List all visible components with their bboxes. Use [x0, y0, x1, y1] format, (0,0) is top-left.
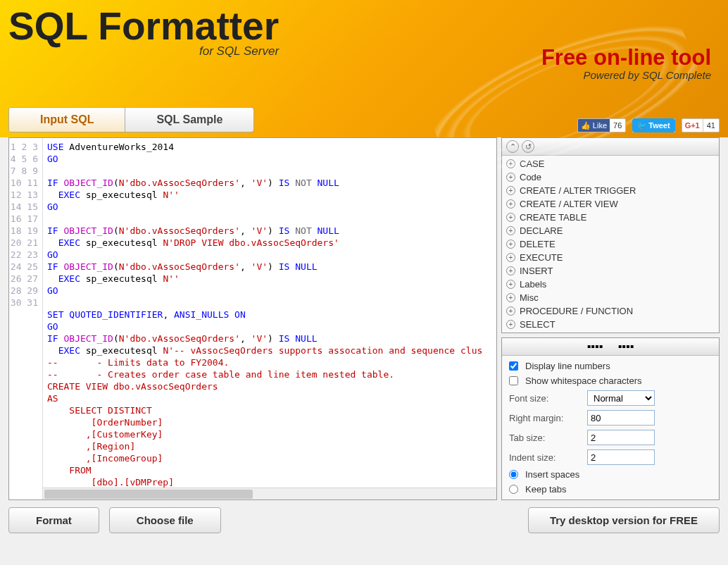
tree-item[interactable]: +PROCEDURE / FUNCTION [505, 304, 716, 318]
expand-icon: + [506, 266, 515, 275]
tweet-button[interactable]: 🐦Tweet [632, 118, 674, 132]
sql-editor[interactable]: 1 2 3 4 5 6 7 8 9 10 11 12 13 14 15 16 1… [8, 137, 497, 500]
expand-icon: + [506, 199, 515, 209]
keep-tabs-radio[interactable] [509, 485, 518, 494]
indent-size-input[interactable] [587, 449, 655, 465]
expand-icon: + [506, 213, 515, 222]
display-line-numbers-checkbox[interactable] [509, 361, 518, 371]
facebook-count: 76 [610, 121, 625, 130]
gripper-handle[interactable]: ▪▪▪▪ ▪▪▪▪ [502, 338, 719, 356]
powered-by: Powered by SQL Complete [541, 69, 711, 81]
horizontal-scrollbar[interactable] [43, 488, 496, 499]
expand-icon: + [506, 226, 515, 235]
tree-item[interactable]: +INSERT [505, 264, 716, 278]
twitter-icon: 🐦 [637, 121, 647, 130]
right-margin-label: Right margin: [509, 413, 582, 423]
tree-item[interactable]: +CREATE / ALTER TRIGGER [505, 184, 716, 197]
tree-item[interactable]: +Misc [505, 291, 716, 304]
tree-item[interactable]: +EXECUTE [505, 251, 716, 264]
tree-item[interactable]: +CASE [505, 157, 716, 170]
show-whitespace-checkbox[interactable] [509, 376, 518, 385]
expand-icon: + [506, 280, 515, 289]
expand-icon: + [506, 159, 515, 168]
display-line-numbers-label: Display line numbers [525, 361, 610, 371]
line-number-gutter: 1 2 3 4 5 6 7 8 9 10 11 12 13 14 15 16 1… [9, 138, 43, 499]
choose-file-button[interactable]: Choose file [109, 507, 221, 533]
thumbs-up-icon: 👍 [581, 121, 591, 130]
header: SQL Formatter for SQL Server Free on-lin… [0, 0, 728, 137]
insert-spaces-radio[interactable] [509, 470, 518, 479]
indent-size-label: Indent size: [509, 452, 582, 463]
reset-icon[interactable]: ↺ [522, 140, 534, 153]
code-content[interactable]: USE AdventureWorks_2014 GO IF OBJECT_ID(… [43, 138, 496, 499]
google-plus-button[interactable]: G+1 41 [682, 118, 720, 132]
insert-spaces-label: Insert spaces [525, 469, 579, 480]
expand-icon: + [506, 240, 515, 249]
expand-icon: + [506, 186, 515, 195]
google-plus-count: 41 [703, 121, 719, 130]
expand-icon: + [506, 293, 515, 302]
tab-size-input[interactable] [587, 430, 655, 445]
footer: Format Choose file Try desktop version f… [0, 500, 728, 540]
tagline: Free on-line tool [541, 45, 711, 70]
facebook-like-button[interactable]: 👍Like 76 [577, 118, 626, 132]
right-margin-input[interactable] [587, 410, 655, 426]
tree-item[interactable]: +CREATE TABLE [505, 211, 716, 224]
format-button[interactable]: Format [8, 507, 99, 533]
expand-icon: + [506, 173, 515, 182]
tree-item[interactable]: +DELETE [505, 237, 716, 251]
tree-toolbar: ⌃ ↺ [502, 138, 719, 156]
font-size-label: Font size: [509, 393, 582, 404]
side-panel: ⌃ ↺ +CASE+Code+CREATE / ALTER TRIGGER+CR… [501, 137, 720, 500]
try-desktop-button[interactable]: Try desktop version for FREE [528, 507, 720, 533]
tree-item[interactable]: +DECLARE [505, 224, 716, 237]
show-whitespace-label: Show whitespace characters [525, 375, 641, 386]
tree-item[interactable]: +Code [505, 170, 716, 184]
main: 1 2 3 4 5 6 7 8 9 10 11 12 13 14 15 16 1… [0, 137, 728, 500]
social-buttons: 👍Like 76 🐦Tweet G+1 41 [577, 118, 720, 132]
collapse-all-icon[interactable]: ⌃ [506, 140, 519, 153]
tree-item[interactable]: +CREATE / ALTER VIEW [505, 197, 716, 211]
keep-tabs-label: Keep tabs [525, 484, 567, 495]
tree-item[interactable]: +SELECT [505, 318, 716, 331]
expand-icon: + [506, 253, 515, 262]
tab-input-sql[interactable]: Input SQL [9, 108, 125, 132]
options-panel: ▪▪▪▪ ▪▪▪▪ Display line numbers Show whit… [501, 337, 720, 500]
statement-tree: +CASE+Code+CREATE / ALTER TRIGGER+CREATE… [502, 156, 719, 333]
tab-size-label: Tab size: [509, 433, 582, 443]
tab-sql-sample[interactable]: SQL Sample [125, 108, 253, 132]
app-title: SQL Formatter [8, 0, 720, 49]
expand-icon: + [506, 306, 515, 316]
font-size-select[interactable]: Normal [587, 390, 655, 406]
expand-icon: + [506, 320, 515, 329]
tree-item[interactable]: +Labels [505, 278, 716, 291]
tab-bar: Input SQL SQL Sample [8, 107, 254, 132]
